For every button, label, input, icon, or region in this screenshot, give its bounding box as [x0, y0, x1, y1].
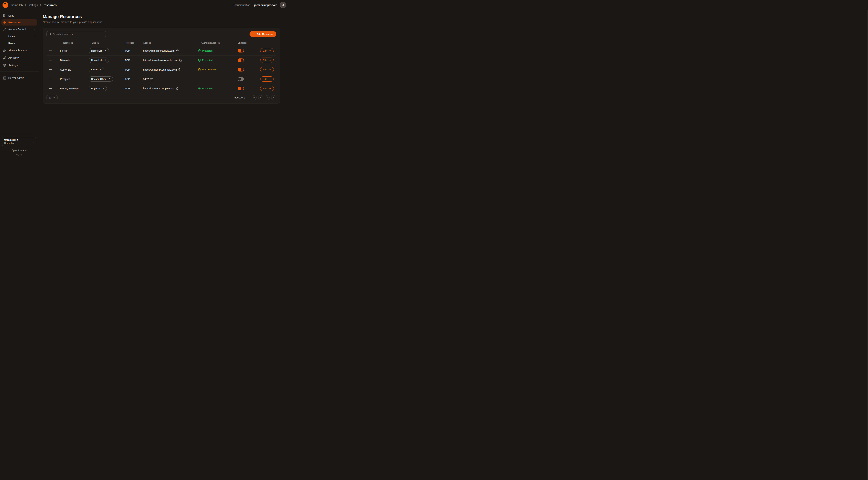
organization-picker[interactable]: Organization Home Lab: [2, 137, 37, 146]
page-title: Manage Resources: [43, 14, 289, 19]
documentation-link[interactable]: Documentation: [233, 4, 250, 6]
sidebar-item-label: Shareable Links: [8, 49, 27, 52]
sidebar-item-label: Settings: [8, 64, 18, 67]
sidebar-item-sites[interactable]: Sites: [0, 12, 39, 19]
sidebar-item-label: Access Control: [8, 28, 26, 31]
edit-button[interactable]: Edit: [260, 86, 274, 91]
breadcrumb-settings[interactable]: settings: [29, 3, 38, 6]
row-menu-button[interactable]: [46, 59, 52, 62]
first-page-button[interactable]: [252, 95, 256, 100]
page-size-select[interactable]: 20: [46, 95, 58, 100]
resource-name: Authentik: [60, 68, 89, 71]
avatar[interactable]: J: [280, 2, 286, 8]
edit-button[interactable]: Edit: [260, 48, 274, 53]
site-link-button[interactable]: Second Office: [89, 77, 113, 82]
copy-button[interactable]: [150, 78, 153, 80]
row-menu-button[interactable]: [46, 78, 52, 81]
enabled-toggle[interactable]: [238, 77, 244, 81]
chevron-down-icon: [53, 96, 55, 99]
access-port: 5432: [143, 78, 149, 81]
chevron-right-icon: [39, 4, 42, 6]
enabled-toggle[interactable]: [238, 68, 244, 71]
enabled-toggle[interactable]: [238, 87, 244, 90]
arrow-right-icon: [269, 68, 271, 71]
site-link-button[interactable]: Office: [89, 67, 104, 72]
sidebar-item-resources[interactable]: Resources: [1, 19, 37, 26]
resource-name: Immich: [60, 49, 89, 52]
row-menu-button[interactable]: [46, 68, 52, 71]
table-row: Immich Home Lab TCP https://immich.examp…: [46, 46, 276, 55]
sidebar-item-access-control[interactable]: Access Control: [0, 26, 39, 33]
site-name: Home Lab: [91, 59, 102, 62]
chevrons-left-icon: [253, 96, 255, 99]
pagination-bar: 20 Page 1 of 1: [46, 95, 276, 100]
access-url: https://bitwarden.example.com: [143, 59, 178, 62]
next-page-button[interactable]: [265, 95, 270, 100]
site-name: Office: [91, 68, 97, 71]
toggle-knob: [241, 87, 244, 90]
open-source-link[interactable]: Open Source: [11, 149, 27, 152]
resource-name: Battery Manager: [60, 87, 89, 90]
sidebar-item-shareable-links[interactable]: Shareable Links: [0, 47, 39, 54]
sidebar-item-settings[interactable]: Settings: [0, 62, 39, 69]
breadcrumb-org[interactable]: home-lab: [11, 3, 23, 6]
shield-off-icon: [198, 68, 201, 71]
resources-icon: [3, 21, 6, 24]
protocol-value: TCP: [125, 59, 143, 62]
site-link-button[interactable]: Home Lab: [89, 58, 109, 63]
copy-button[interactable]: [176, 87, 178, 90]
pangolin-logo[interactable]: [2, 2, 8, 8]
column-header-site[interactable]: Site: [89, 41, 125, 44]
sidebar-item-label: Users: [8, 35, 15, 38]
shield-check-icon: [198, 49, 201, 52]
resource-name: Postgres: [60, 78, 89, 81]
site-link-button[interactable]: Home Lab: [89, 48, 109, 53]
server-icon: [3, 77, 6, 80]
copy-button[interactable]: [176, 50, 179, 52]
sidebar-item-users[interactable]: Users: [0, 33, 39, 40]
last-page-button[interactable]: [271, 95, 276, 100]
enabled-toggle[interactable]: [238, 49, 244, 53]
sidebar-item-api-keys[interactable]: API Keys: [0, 54, 39, 62]
sidebar-divider: [0, 71, 39, 72]
site-link-button[interactable]: Edge 01: [89, 86, 107, 91]
search-input[interactable]: [46, 31, 106, 37]
ellipsis-icon: [49, 78, 52, 81]
sort-icon: [218, 41, 220, 44]
authentication-status: -: [198, 78, 238, 80]
arrow-right-icon: [269, 78, 271, 80]
chevron-down-icon: [33, 28, 36, 31]
edit-button[interactable]: Edit: [260, 77, 274, 82]
copy-button[interactable]: [178, 68, 181, 71]
copy-icon: [179, 59, 182, 62]
copy-button[interactable]: [179, 59, 182, 62]
enabled-toggle[interactable]: [238, 58, 244, 62]
sidebar-item-server-admin[interactable]: Server Admin: [0, 74, 39, 82]
key-icon: [3, 56, 6, 60]
add-resource-button[interactable]: Add Resource: [250, 31, 276, 37]
user-email[interactable]: joe@example.com: [254, 4, 277, 6]
row-menu-button[interactable]: [46, 87, 52, 90]
protocol-value: TCP: [125, 78, 143, 81]
previous-page-button[interactable]: [258, 95, 263, 100]
table-row: Bitwarden Home Lab TCP https://bitwarden…: [46, 55, 276, 65]
arrow-right-icon: [269, 59, 271, 62]
table-row: Authentik Office TCP https://authentik.e…: [46, 65, 276, 74]
ellipsis-icon: [49, 59, 52, 62]
toggle-knob: [238, 78, 241, 81]
protocol-value: TCP: [125, 49, 143, 52]
edit-button[interactable]: Edit: [260, 67, 274, 72]
sites-icon: [3, 14, 6, 18]
arrow-up-right-icon: [99, 68, 101, 71]
column-header-authentication[interactable]: Authentication: [198, 41, 238, 44]
arrow-up-right-icon: [104, 59, 106, 61]
column-header-name[interactable]: Name: [60, 41, 89, 44]
table-header-row: Name Site Protocol Access Authentication…: [46, 40, 276, 46]
edit-button[interactable]: Edit: [260, 58, 274, 63]
sidebar-item-roles[interactable]: Roles: [0, 40, 39, 47]
chevrons-right-icon: [273, 96, 275, 99]
row-menu-button[interactable]: [46, 49, 52, 52]
sidebar-item-label: Resources: [8, 21, 21, 24]
sidebar-item-label: API Keys: [8, 57, 19, 59]
chevrons-up-down-icon: [32, 140, 35, 143]
